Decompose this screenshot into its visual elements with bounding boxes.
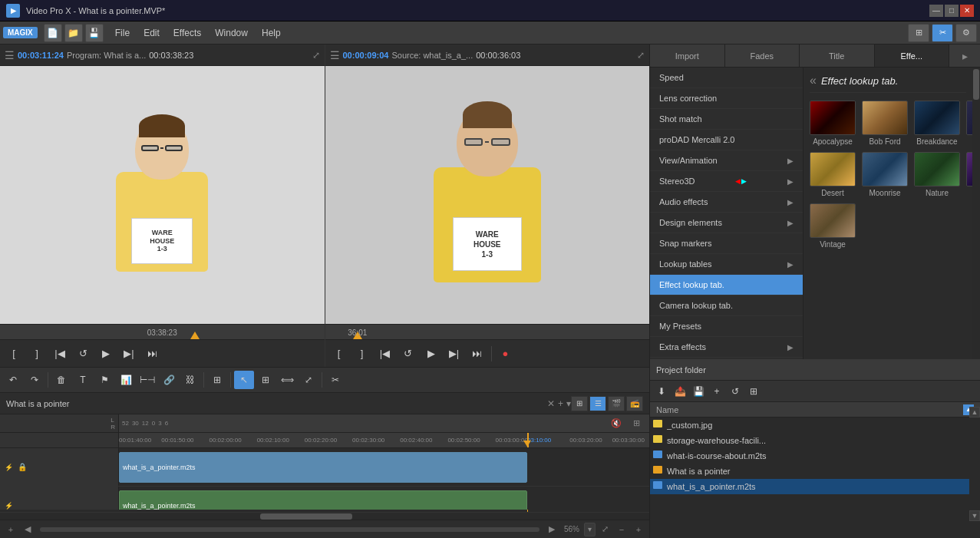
save-proj-button[interactable]: 💾 — [690, 384, 707, 399]
effects-scroll-thumb[interactable] — [973, 69, 979, 100]
speed-item[interactable]: Speed — [650, 68, 803, 88]
effects-menu[interactable]: Effects — [167, 25, 207, 41]
add-track-bottom-button[interactable]: + — [3, 523, 18, 536]
track-clip-2[interactable]: what_is_a_pointer.m2ts — [119, 490, 527, 510]
zoom-minus-button[interactable]: − — [614, 523, 629, 536]
minimize-button[interactable]: — — [929, 5, 943, 17]
left-goto-in[interactable]: |◀ — [49, 344, 71, 364]
scroll-left-button[interactable]: ◀ — [20, 523, 35, 536]
undo-button[interactable]: ↶ — [3, 371, 23, 389]
fades-tab[interactable]: Fades — [725, 45, 800, 67]
export-button[interactable]: 📤 — [671, 384, 688, 399]
top-btn-1[interactable]: ⊞ — [908, 24, 929, 42]
close-button[interactable]: ✕ — [960, 5, 974, 17]
marker-button[interactable]: ⚑ — [94, 371, 114, 389]
right-mark-in[interactable]: [ — [328, 344, 350, 364]
effect-item-cinematic[interactable]: Cinematic — [966, 101, 972, 146]
effect-item-moonrise[interactable]: Moonrise — [862, 152, 908, 197]
lookup-tables-item[interactable]: Lookup tables ▶ — [650, 254, 803, 275]
import-button[interactable]: ⬇ — [653, 384, 670, 399]
right-goto-out[interactable]: ⏭ — [467, 344, 488, 364]
top-btn-2[interactable]: ✂ — [932, 24, 953, 42]
right-record-button[interactable]: ● — [495, 344, 516, 364]
right-loop[interactable]: ↺ — [398, 344, 419, 364]
left-loop[interactable]: ↺ — [72, 344, 94, 364]
file-item-1[interactable]: storage-warehouse-facili... — [650, 433, 980, 448]
roll-tool[interactable]: ⤢ — [299, 371, 318, 389]
view-animation-item[interactable]: View/Animation ▶ — [650, 150, 803, 171]
track-clip-1[interactable]: what_is_a_pointer.m2ts — [119, 452, 527, 483]
help-menu[interactable]: Help — [256, 25, 287, 41]
zoom-out-button[interactable]: ▾ — [584, 523, 596, 536]
file-menu[interactable]: File — [109, 25, 136, 41]
slip-tool[interactable]: ⟺ — [277, 371, 297, 389]
text-button[interactable]: T — [73, 371, 93, 389]
scroll-thumb[interactable] — [260, 513, 352, 520]
view-btn-list[interactable]: ☰ — [589, 396, 606, 411]
right-play[interactable]: ▶ — [421, 344, 442, 364]
select-tool[interactable]: ↖ — [234, 371, 254, 389]
snap-markers-item[interactable]: Snap markers — [650, 233, 803, 254]
track-add-button[interactable]: + — [558, 398, 563, 409]
stereo3d-item[interactable]: Stereo3D ◀▶ ▶ — [650, 171, 803, 192]
left-preview-menu-icon[interactable]: ☰ — [5, 49, 15, 61]
effect-item-nature[interactable]: Nature — [914, 152, 960, 197]
left-preview-timeline[interactable]: 03:38:23 — [0, 324, 325, 339]
refresh-button[interactable]: ↺ — [727, 384, 744, 399]
track-content-2[interactable]: what_is_a_pointer.m2ts — [119, 487, 649, 510]
add-track-button[interactable]: ⊞ — [207, 371, 227, 389]
shot-match-item[interactable]: Shot match — [650, 109, 803, 130]
link-button[interactable]: 🔗 — [159, 371, 179, 389]
effect-tab[interactable]: Effe... — [875, 45, 950, 67]
edit-menu[interactable]: Edit — [137, 25, 166, 41]
redo-button[interactable]: ↷ — [25, 371, 45, 389]
effect-item-bobford[interactable]: Bob Ford — [862, 101, 908, 146]
left-mark-out[interactable]: ] — [26, 344, 48, 364]
new-file-button[interactable]: 📄 — [44, 24, 62, 42]
effect-item-vintage[interactable]: Vintage — [810, 203, 856, 249]
more-tabs-button[interactable]: ▸ — [949, 45, 980, 67]
trim-button[interactable]: ⊢⊣ — [137, 371, 157, 389]
right-preview-expand-icon[interactable]: ⤢ — [637, 50, 645, 61]
my-presets-item[interactable]: My Presets — [650, 316, 803, 337]
timeline-scroll-slider[interactable] — [40, 527, 539, 532]
audio-effects-item[interactable]: Audio effects ▶ — [650, 192, 803, 213]
left-play[interactable]: ▶ — [95, 344, 117, 364]
left-mark-in[interactable]: [ — [3, 344, 25, 364]
audio-settings-button[interactable]: ⊞ — [626, 414, 646, 433]
save-button[interactable]: 💾 — [85, 24, 104, 42]
new-folder-button[interactable]: + — [708, 384, 725, 399]
scroll-right-button[interactable]: ▶ — [544, 523, 559, 536]
track-content-1[interactable]: what_is_a_pointer.m2ts — [119, 448, 649, 486]
effect-item-desert[interactable]: Desert — [810, 152, 856, 197]
view-btn-film[interactable]: 🎬 — [608, 396, 625, 411]
scroll-down-button[interactable]: ▼ — [969, 510, 980, 521]
view-btn-audio[interactable]: 📻 — [626, 396, 643, 411]
file-item-3[interactable]: What is a pointer — [650, 464, 980, 479]
right-mark-out[interactable]: ] — [351, 344, 373, 364]
effect-item-neo[interactable]: Neo — [966, 152, 972, 197]
audio-marker-button[interactable]: 📊 — [116, 371, 136, 389]
maximize-button[interactable]: □ — [945, 5, 959, 17]
file-item-0[interactable]: _custom.jpg — [650, 418, 980, 433]
zoom-plus-button[interactable]: + — [631, 523, 646, 536]
right-preview-timeline[interactable]: 36:01 — [325, 324, 650, 339]
window-menu[interactable]: Window — [209, 25, 254, 41]
open-button[interactable]: 📁 — [64, 24, 83, 42]
multi-select-tool[interactable]: ⊞ — [256, 371, 276, 389]
effect-back-button[interactable]: « — [810, 74, 817, 87]
effect-lookup-tab-item[interactable]: Effect lookup tab. — [650, 275, 803, 295]
grid-view-proj-button[interactable]: ⊞ — [745, 384, 762, 399]
timeline-scrollbar[interactable] — [0, 512, 649, 520]
prodad-item[interactable]: proDAD Mercalli 2.0 — [650, 130, 803, 150]
left-preview-expand-icon[interactable]: ⤢ — [312, 50, 320, 61]
delete-button[interactable]: 🗑 — [51, 371, 71, 389]
scroll-up-button[interactable]: ▲ — [969, 407, 980, 418]
unlink-button[interactable]: ⛓ — [180, 371, 200, 389]
left-goto-out[interactable]: ⏭ — [141, 344, 163, 364]
track-close-button[interactable]: ✕ — [547, 398, 555, 409]
right-preview-menu-icon[interactable]: ☰ — [330, 49, 340, 61]
top-btn-3[interactable]: ⚙ — [955, 24, 977, 42]
effect-item-apocalypse[interactable]: Apocalypse — [810, 101, 856, 146]
title-tab[interactable]: Title — [800, 45, 875, 67]
